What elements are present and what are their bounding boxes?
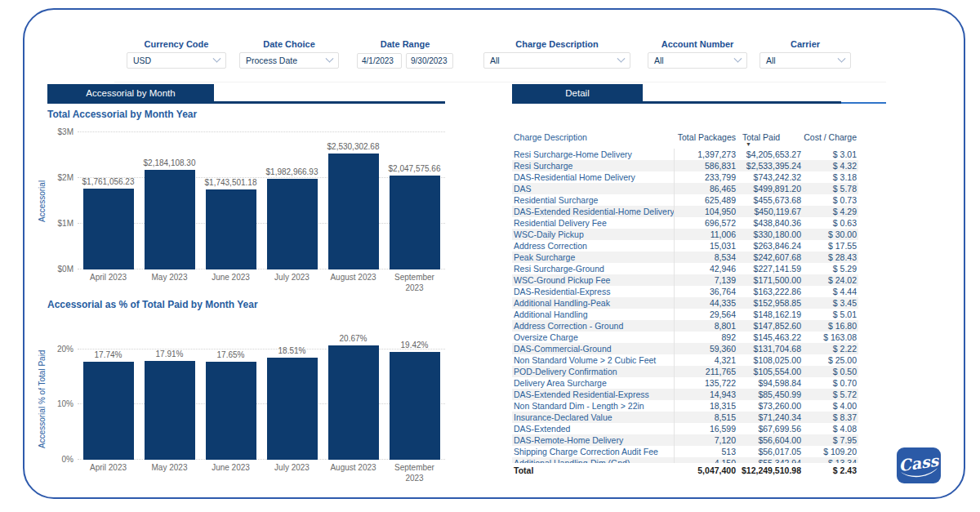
table-cell: $ 5.01 xyxy=(801,309,858,319)
x-tick-label: September 2023 xyxy=(384,463,445,483)
table-row[interactable]: WSC-Daily Pickup11,006$330,180.00$ 30.00 xyxy=(512,229,858,240)
bar[interactable] xyxy=(145,361,195,460)
table-row[interactable]: Residential Delivery Fee696,572$438,840.… xyxy=(512,217,858,229)
charge-description-value: All xyxy=(490,56,500,65)
table-row[interactable]: DAS-Remote-Home Delivery7,120$56,604.00$… xyxy=(512,434,858,446)
bar[interactable] xyxy=(83,189,134,269)
table-row[interactable]: DAS-Extended Residential-Express14,943$8… xyxy=(512,389,858,400)
table-row[interactable]: Additional Handling29,564$148,162.19$ 5.… xyxy=(512,309,858,320)
table-row[interactable]: DAS-Extended16,599$67,699.56$ 4.08 xyxy=(512,423,858,434)
table-row[interactable]: DAS-Residential Home Delivery233,799$743… xyxy=(512,171,858,183)
table-cell: $ 4.29 xyxy=(801,207,858,216)
y-tick-label: 10% xyxy=(57,399,74,409)
table-row[interactable]: Resi Surcharge586,831$2,533,395.24$ 4.32 xyxy=(512,160,858,171)
table-cell: 135,722 xyxy=(674,377,736,389)
table-row[interactable]: Delivery Area Surcharge135,722$94,598.84… xyxy=(512,377,858,389)
table-row[interactable]: Oversize Charge892$145,463.22$ 163.08 xyxy=(512,332,858,343)
charge-description-dropdown[interactable]: All xyxy=(483,52,630,69)
table-cell: $ 5.78 xyxy=(801,184,858,194)
table-row[interactable]: Non Standard Dim - Length > 22in18,315$7… xyxy=(512,400,858,412)
table-row[interactable]: DAS-Residential-Express36,764$163,222.86… xyxy=(512,286,858,297)
table-body: Resi Surcharge-Home Delivery1,397,273$4,… xyxy=(512,149,858,463)
table-cell: $171,500.00 xyxy=(736,275,801,285)
table-row[interactable]: Additional Handling-Dim (Gnd)4,150$55,34… xyxy=(512,457,858,463)
table-cell: 11,006 xyxy=(674,229,736,240)
currency-code-dropdown[interactable]: USD xyxy=(127,52,226,69)
table-row[interactable]: Non Standard Volume > 2 Cubic Feet4,321$… xyxy=(512,354,858,366)
chevron-down-icon xyxy=(326,54,334,62)
bar[interactable] xyxy=(206,362,256,460)
table-row[interactable]: WSC-Ground Pickup Fee7,139$171,500.00$ 2… xyxy=(512,274,858,286)
bar[interactable] xyxy=(390,176,440,269)
table-cell: $55,342.94 xyxy=(736,458,801,463)
date-range-end-input[interactable]: 9/30/2023 xyxy=(406,53,453,69)
table-cell: $56,017.05 xyxy=(736,447,801,456)
bar[interactable] xyxy=(145,170,195,269)
table-cell: DAS-Residential-Express xyxy=(512,287,674,296)
table-cell: $108,025.00 xyxy=(736,355,801,365)
chevron-down-icon xyxy=(213,54,221,62)
tab-detail[interactable]: Detail xyxy=(512,84,643,101)
table-cell: $ 8.37 xyxy=(801,412,858,422)
table-cell: $131,704.68 xyxy=(736,344,801,354)
table-cell: $ 0.50 xyxy=(801,367,858,376)
table-cell: $85,450.99 xyxy=(736,390,801,399)
tab-accessorial-by-month[interactable]: Accessorial by Month xyxy=(47,84,214,101)
table-cell: $56,604.00 xyxy=(736,435,801,445)
table-row[interactable]: Address Correction - Ground8,801$147,852… xyxy=(512,320,858,332)
table-cell: Additional Handling-Dim (Gnd) xyxy=(512,458,674,463)
x-tick-label: July 2023 xyxy=(261,273,323,293)
table-cell: $450,119.67 xyxy=(736,207,801,216)
bar[interactable] xyxy=(328,345,379,460)
table-row[interactable]: DAS-Commercial-Ground59,360$131,704.68$ … xyxy=(512,343,858,354)
y-tick-label: 0% xyxy=(62,455,74,465)
table-cell: $ 4.32 xyxy=(801,161,858,171)
column-header-total-packages[interactable]: Total Packages xyxy=(674,132,736,142)
table-cell: $ 4.08 xyxy=(801,424,858,434)
y-tick-label: $1M xyxy=(58,219,74,229)
chevron-down-icon xyxy=(838,54,846,62)
bar[interactable] xyxy=(328,154,379,269)
bar[interactable] xyxy=(267,358,318,460)
carrier-dropdown[interactable]: All xyxy=(760,52,851,69)
chart1-title: Total Accessorial by Month Year xyxy=(47,109,197,120)
x-tick-label: April 2023 xyxy=(78,273,139,293)
carrier-label: Carrier xyxy=(760,39,851,49)
bar[interactable] xyxy=(206,189,256,269)
table-row[interactable]: Resi Surcharge-Ground42,946$227,141.59$ … xyxy=(512,263,858,274)
table-cell: DAS-Residential Home Delivery xyxy=(512,172,674,182)
table-cell: DAS-Extended Residential-Express xyxy=(512,390,674,399)
table-row[interactable]: POD-Delivery Confirmation211,765$105,554… xyxy=(512,366,858,377)
table-row[interactable]: Resi Surcharge-Home Delivery1,397,273$4,… xyxy=(512,149,858,160)
table-cell: 42,946 xyxy=(674,263,736,274)
table-cell: 86,465 xyxy=(674,183,736,194)
table-row[interactable]: Peak Surcharge8,534$242,607.68$ 28.43 xyxy=(512,252,858,263)
chevron-down-icon xyxy=(617,54,626,62)
table-row[interactable]: DAS86,465$499,891.20$ 5.78 xyxy=(512,183,858,194)
right-tab-underline-light xyxy=(841,102,886,104)
table-cell: $ 109.20 xyxy=(801,447,858,456)
bar[interactable] xyxy=(83,362,134,460)
bar[interactable] xyxy=(390,352,440,460)
table-cell: Address Correction - Ground xyxy=(512,321,674,331)
date-range-start-input[interactable]: 4/1/2023 xyxy=(357,53,402,69)
account-number-dropdown[interactable]: All xyxy=(648,52,747,69)
table-cell: DAS-Commercial-Ground xyxy=(512,344,674,354)
table-cell: Delivery Area Surcharge xyxy=(512,378,674,388)
table-row[interactable]: Address Correction15,031$263,846.24$ 17.… xyxy=(512,240,858,252)
column-header-cost-charge[interactable]: Cost / Charge xyxy=(801,132,858,142)
date-choice-dropdown[interactable]: Process Date xyxy=(239,52,339,69)
bar[interactable] xyxy=(267,179,318,269)
table-row[interactable]: DAS-Extended Residential-Home Delivery10… xyxy=(512,206,858,217)
table-cell: Residential Delivery Fee xyxy=(512,218,674,228)
chart1-y-axis: $0M$1M$2M$3M xyxy=(49,132,75,269)
column-header-charge-description[interactable]: Charge Description xyxy=(512,132,674,142)
table-row[interactable]: Additional Handling-Peak44,335$152,958.8… xyxy=(512,297,858,309)
table-row[interactable]: Insurance-Declared Value8,515$71,240.34$… xyxy=(512,412,858,423)
table-cell: 16,599 xyxy=(674,423,736,434)
bar-value-label: $2,047,575.66 xyxy=(389,164,441,173)
table-cell: POD-Delivery Confirmation xyxy=(512,367,674,376)
table-row[interactable]: Shipping Charge Correction Audit Fee513$… xyxy=(512,446,858,457)
table-row[interactable]: Residential Surcharge625,489$455,673.68$… xyxy=(512,194,858,206)
table-header-row: Charge Description Total Packages Total … xyxy=(512,132,858,149)
